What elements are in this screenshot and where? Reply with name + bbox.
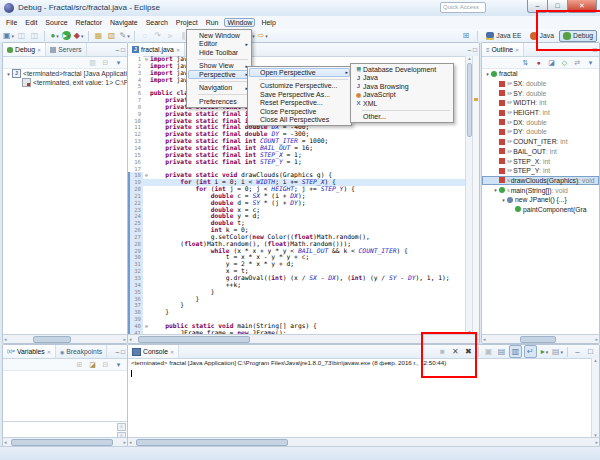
tab-outline[interactable]: ≡ Outline ✕ [482,43,524,56]
step-over-icon[interactable]: ↷ [152,30,163,41]
close-icon[interactable]: ✕ [47,349,51,355]
variables-horizontal-scrollbar[interactable]: ◂ ▸ [3,437,127,446]
menu-item-database-development[interactable]: ≣Database Development [352,65,452,74]
pin-console-icon[interactable]: ▣ [483,346,494,357]
menubar-item-run[interactable]: Run [204,18,221,27]
outline-item-dx[interactable]: SFDX : double [482,117,599,127]
maximize-view-icon[interactable]: □ [473,44,477,55]
line-number[interactable]: 32 [128,268,143,275]
open-type-icon[interactable]: ▧ [106,30,117,41]
menu-item-close-all-perspectives[interactable]: Close All Perspectives [249,116,350,125]
close-icon[interactable]: ✕ [37,47,41,53]
line-number[interactable]: 25 [128,220,143,227]
debug-horizontal-scrollbar[interactable]: ◂ ▸ [3,334,127,343]
view-layout-icon[interactable]: ▥ [87,58,98,67]
outline-item-sy[interactable]: SFSY : double [482,88,599,98]
occurrence-marker[interactable] [474,98,478,101]
menu-item-javascript[interactable]: ◉JavaScript [352,91,452,100]
line-number[interactable]: 19 [128,179,143,186]
outline-item-count-iter[interactable]: SFCOUNT_ITER : int [482,137,599,147]
scroll-right-icon[interactable]: ▸ [123,335,126,343]
scroll-right-icon[interactable]: ▸ [123,438,126,446]
save-all-icon[interactable]: ◫ [29,30,40,41]
menu-item-xml[interactable]: XXML [352,99,452,108]
line-number[interactable]: 1 [128,56,143,63]
fold-marker[interactable]: ⊖ [143,323,150,330]
show-type-names-icon[interactable]: ⊞ [74,360,85,369]
scrollbar-thumb[interactable] [11,439,113,446]
view-menu-icon[interactable]: ▾ [113,360,124,369]
scrollbar-thumb[interactable] [138,336,250,343]
debug-icon[interactable]: ●▾ [49,30,60,41]
menubar-item-window[interactable]: Window [224,18,255,27]
menu-item-perspective[interactable]: Perspective▸ [188,70,250,79]
hide-static-members-icon[interactable]: ◪ [546,58,557,67]
word-wrap-icon[interactable]: ↵ [524,345,537,358]
maximize-view-icon[interactable]: □ [585,346,596,357]
line-number[interactable]: 23 [128,207,143,214]
close-icon[interactable]: ✕ [170,349,174,355]
menu-item-save-perspective-as[interactable]: Save Perspective As... [249,90,350,99]
outline-item-paintcomponent-gra[interactable]: paintComponent(Gra [482,205,599,215]
line-number[interactable]: 36 [128,296,143,303]
scrollbar-thumb[interactable] [136,439,288,446]
line-number[interactable]: 27 [128,234,143,241]
line-number[interactable]: 18 [128,172,143,179]
menubar-item-help[interactable]: Help [259,18,277,27]
menu-item-java-browsing[interactable]: JJava Browsing [352,82,452,91]
new-java-project-icon[interactable]: ▦ [93,30,104,41]
line-number[interactable]: 11 [128,124,143,131]
tab-servers[interactable]: Servers [46,43,86,56]
line-number[interactable]: 28 [128,241,143,248]
tab-console[interactable]: Console ✕ [128,345,179,358]
menubar-item-navigate[interactable]: Navigate [108,18,140,27]
line-number[interactable]: 15 [128,152,143,159]
save-icon[interactable]: ◫ [16,30,27,41]
skip-all-breakpoints-icon[interactable]: ◌ [139,30,150,41]
code-line[interactable]: 38 } [128,309,466,316]
console-horizontal-scrollbar[interactable]: ◂ ▸ [128,437,599,446]
close-icon[interactable]: ✕ [176,47,180,53]
show-logical-structure-icon[interactable]: ◪ [87,360,98,369]
debug-tree-item[interactable]: <terminated, exit value: 1> C:\Program [3,78,127,87]
open-console-icon[interactable]: ▸▾ [539,346,550,357]
expanded-arrow-icon[interactable]: ▾ [5,71,12,77]
line-number[interactable]: 3 [128,70,143,77]
code-line[interactable]: 37 } [128,302,466,309]
minimize-view-icon[interactable]: – [467,44,471,55]
line-number[interactable]: 26 [128,227,143,234]
menu-item-show-view[interactable]: Show View▸ [188,62,250,71]
outline-horizontal-scrollbar[interactable]: ◂ ▸ [482,334,599,343]
menu-item-navigation[interactable]: Navigation▸ [188,84,250,93]
console-vertical-scrollbar[interactable]: ▲ ▼ [591,358,599,438]
expanded-arrow-icon[interactable]: ▾ [500,197,507,203]
line-number[interactable]: 29 [128,248,143,255]
tab-variables[interactable]: (x)= Variables ✕ [3,345,56,358]
menu-item-hide-toolbar[interactable]: Hide Toolbar [188,48,250,57]
sort-icon[interactable]: ⇅ [520,58,531,67]
link-with-editor-icon[interactable]: ⇄ [572,58,583,67]
menu-item-reset-perspective[interactable]: Reset Perspective... [249,99,350,108]
resume-icon[interactable]: ▹ [165,30,176,41]
line-number[interactable]: 35 [128,289,143,296]
menubar-item-edit[interactable]: Edit [23,18,39,27]
outline-item-new-jpanel[interactable]: ▾new JPanel() {...} [482,195,599,205]
clear-console-icon[interactable]: ▤ [496,346,507,357]
maximize-view-icon[interactable]: □ [121,346,125,357]
line-number[interactable]: 30 [128,254,143,261]
line-number[interactable]: 34 [128,282,143,289]
fold-marker[interactable]: ⊖ [143,56,150,63]
tab-breakpoints[interactable]: ◉ Breakpoints [56,345,107,358]
line-number[interactable]: 20 [128,186,143,193]
scroll-left-icon[interactable]: ◂ [129,438,132,446]
code-line[interactable]: 16 private static final int STEP_Y = 1; [128,159,466,166]
line-number[interactable]: 8 [128,104,143,111]
menu-item-customize-perspective[interactable]: Customize Perspective... [249,82,350,91]
menu-item-close-perspective[interactable]: Close Perspective [249,107,350,116]
line-number[interactable]: 33 [128,275,143,282]
outline-item-sx[interactable]: SFSX : double [482,79,599,89]
line-number[interactable]: 37 [128,302,143,309]
debug-tree-item[interactable]: ▾J<terminated>fractal [Java Application] [3,69,127,78]
outline-item-drawclouds-graphics[interactable]: SdrawClouds(Graphics) : void [482,176,599,186]
detail-pane-button[interactable]: ≡ [117,423,126,431]
